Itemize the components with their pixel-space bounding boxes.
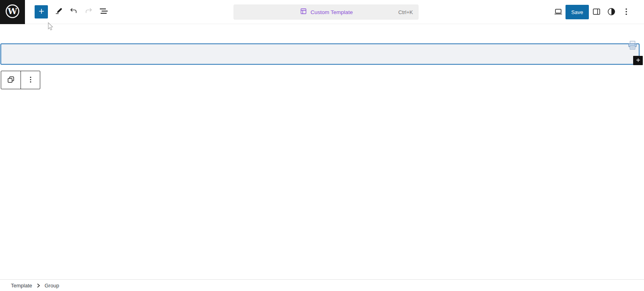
plus-icon [635,57,641,64]
pencil-icon [54,7,63,17]
block-inserter-button[interactable] [35,5,48,18]
settings-sidebar-button[interactable] [589,5,604,19]
editor-canvas[interactable] [0,25,644,279]
editor-top-bar: W [0,0,644,24]
group-blocks-icon [6,75,16,86]
selected-group-block[interactable] [0,43,640,65]
view-button[interactable] [551,5,566,19]
save-button[interactable]: Save [566,5,589,19]
sidebar-panel-icon [592,7,601,18]
block-toolbar [1,71,40,89]
redo-arrow-icon [84,7,93,17]
command-bar-label: Custom Template [311,9,353,15]
command-bar-shortcut: Ctrl+K [398,9,413,15]
tools-button[interactable] [51,5,66,19]
svg-text:W: W [7,6,17,16]
printer-icon [627,40,638,53]
top-bar-right-group: Save [551,0,644,24]
mouse-pointer-icon [47,22,54,33]
undo-button[interactable] [66,5,81,19]
undo-arrow-icon [69,7,78,17]
kebab-menu-icon [621,7,631,18]
wordpress-logo-button[interactable]: W [0,0,25,24]
wordpress-site-editor: W [0,0,644,291]
more-options-button[interactable] [619,5,634,19]
group-block-button[interactable] [1,71,21,89]
half-circle-icon [607,7,616,18]
vertical-ellipsis-icon [26,75,35,86]
template-layout-icon [299,7,308,17]
breadcrumb-item-group[interactable]: Group [45,283,59,289]
breadcrumb: Template Group [0,279,644,291]
append-block-button[interactable] [633,56,643,65]
save-button-label: Save [571,9,583,15]
styles-button[interactable] [604,5,619,19]
wordpress-logo-icon: W [4,3,21,20]
breadcrumb-item-template[interactable]: Template [11,283,32,289]
plus-icon [37,7,46,17]
block-options-button[interactable] [21,71,40,89]
redo-button[interactable] [81,5,96,19]
list-view-button[interactable] [96,5,111,19]
list-view-icon [99,6,108,17]
chevron-right-icon [37,283,40,288]
command-bar[interactable]: Custom Template Ctrl+K [233,4,419,20]
laptop-icon [553,7,563,18]
